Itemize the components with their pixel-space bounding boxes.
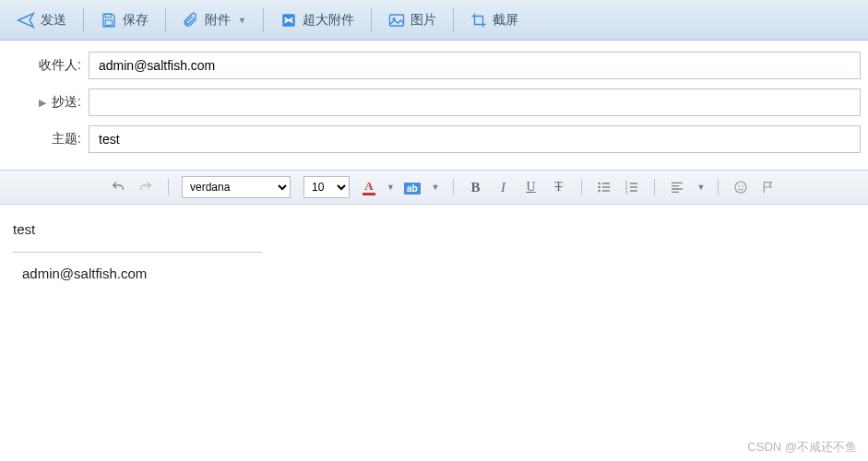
save-icon (101, 12, 117, 29)
image-icon (388, 12, 405, 29)
svg-point-6 (598, 186, 600, 189)
underline-button[interactable]: U (522, 178, 541, 196)
chevron-down-icon[interactable]: ▼ (432, 183, 440, 192)
editor-toolbar: verdana 10 A ▼ ab ▼ B I U T 123 (0, 170, 868, 205)
screenshot-button[interactable]: 截屏 (461, 8, 528, 32)
image-button[interactable]: 图片 (379, 8, 446, 32)
redo-button[interactable] (137, 178, 155, 196)
font-size-select[interactable]: 10 (303, 176, 350, 198)
svg-point-5 (598, 183, 600, 185)
svg-point-13 (743, 185, 744, 187)
big-attach-button[interactable]: 超大附件 (271, 8, 363, 32)
italic-button[interactable]: I (494, 178, 513, 196)
save-label: 保存 (123, 12, 149, 29)
number-list-button[interactable]: 123 (623, 178, 641, 196)
header-fields: 收件人: ▶ 抄送: 主题: (0, 41, 868, 170)
chevron-down-icon: ▼ (238, 16, 246, 25)
separator (83, 8, 84, 32)
crop-icon (470, 12, 487, 29)
save-button[interactable]: 保存 (91, 8, 158, 32)
send-label: 发送 (41, 12, 66, 29)
attach-label: 附件 (205, 12, 231, 29)
paperclip-icon (183, 12, 199, 29)
subject-input[interactable] (89, 125, 861, 153)
font-color-button[interactable]: A (363, 179, 375, 195)
send-icon (17, 11, 35, 30)
big-attach-icon (280, 12, 297, 29)
watermark: CSDN @不咸还不鱼 (747, 439, 857, 455)
separator (168, 179, 169, 195)
chevron-down-icon[interactable]: ▼ (697, 183, 706, 192)
expand-cc-icon[interactable]: ▶ (39, 97, 46, 109)
email-body[interactable]: test admin@saltfish.com (0, 205, 868, 298)
svg-point-7 (598, 190, 600, 193)
strikethrough-button[interactable]: T (550, 178, 568, 196)
signature-text: admin@saltfish.com (13, 266, 855, 281)
to-input[interactable] (89, 52, 861, 79)
separator (453, 179, 454, 195)
align-button[interactable] (668, 178, 686, 196)
signature-divider (13, 252, 262, 253)
font-family-select[interactable]: verdana (182, 176, 291, 198)
to-label: 收件人: (7, 57, 89, 74)
cc-input[interactable] (89, 89, 861, 116)
main-toolbar: 发送 保存 附件 ▼ 超大附件 图片 截屏 (0, 0, 868, 41)
bullet-list-button[interactable] (595, 178, 613, 196)
subject-label: 主题: (7, 131, 89, 148)
separator (165, 8, 166, 32)
separator (371, 8, 372, 32)
separator (654, 179, 655, 195)
cc-row: ▶ 抄送: (7, 89, 861, 116)
big-attach-label: 超大附件 (303, 12, 354, 29)
screenshot-label: 截屏 (493, 12, 518, 29)
svg-rect-1 (105, 20, 113, 25)
to-row: 收件人: (7, 52, 861, 79)
flag-button[interactable] (759, 178, 778, 196)
separator (718, 179, 719, 195)
chevron-down-icon[interactable]: ▼ (386, 183, 395, 192)
undo-button[interactable] (109, 178, 127, 196)
subject-row: 主题: (7, 125, 861, 153)
svg-point-11 (735, 182, 746, 193)
emoji-button[interactable] (731, 178, 750, 196)
separator (453, 8, 454, 32)
send-button[interactable]: 发送 (7, 7, 76, 33)
cc-label: 抄送: (52, 94, 81, 111)
attach-button[interactable]: 附件 ▼ (173, 8, 256, 32)
svg-rect-0 (105, 14, 111, 18)
bold-button[interactable]: B (467, 178, 485, 196)
highlight-button[interactable]: ab (404, 181, 421, 195)
body-text: test (13, 221, 855, 237)
image-label: 图片 (410, 12, 436, 29)
separator (581, 179, 582, 195)
separator (263, 8, 264, 32)
svg-point-12 (739, 185, 741, 187)
svg-text:3: 3 (624, 190, 627, 195)
